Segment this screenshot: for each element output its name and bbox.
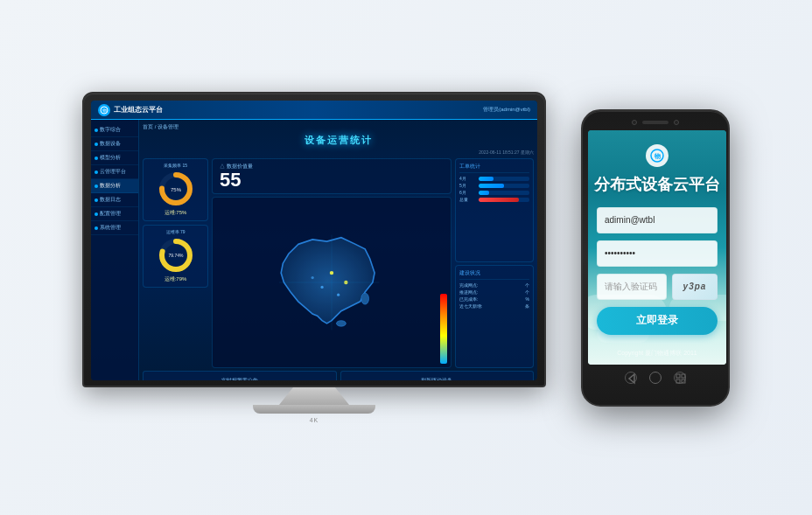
phone-top-bar [588,120,723,125]
phone-speaker [642,121,668,124]
workorder-card: 工单统计 4月 5月 6月 [455,158,534,262]
phone-main-title: 分布式设备云平台 [594,174,720,195]
build-status-card: 建设状况 完成网点:个 推进网点:个 已完成率:% [455,265,534,369]
sidebar-item-综合[interactable]: 数字综合 [91,123,138,137]
left-panel: 采集频率 15 75% 运维:75% 运维率 79 [143,158,208,368]
bottom-card-1[interactable]: 实时报警零公告 [143,371,337,380]
screen-header: 物 工业组态云平台 管理员(admin@vtbl) [91,101,537,120]
bottom-strip: 实时报警零公告 刷新驱动设备 [143,371,534,380]
sidebar-item-数据分析[interactable]: 数据分析 [91,179,138,193]
screen-sidebar: 数字综合 数据设备 模型分析 云管理平台 [91,120,139,380]
monitor-wrapper: ULTRAHD 物 工业组态云平台 管理员(admin@vtbl) 数字综合 [82,92,546,423]
bar-track-3 [479,191,529,195]
china-map-svg [266,230,397,335]
phone-username-display[interactable]: adimin@wtbl [597,207,718,233]
svg-text:75%: 75% [170,187,181,192]
sidebar-dot-6 [94,198,98,202]
sidebar-item-配置[interactable]: 配置管理 [91,207,138,221]
donut-card-1: 采集频率 15 75% 运维:75% [143,158,208,221]
monitor-screen: ULTRAHD 物 工业组态云平台 管理员(admin@vtbl) 数字综合 [91,101,537,380]
donut-card-2: 运维率 79 79.74% 运维:79% [143,225,208,288]
donut-label-1: 采集频率 15 [164,163,187,168]
phone-captcha-image[interactable]: y3pa [672,274,718,300]
donut-chart-2: 79.74% [157,236,195,275]
stat-item-1: 完成网点:个 [459,282,529,288]
svg-point-13 [337,294,340,296]
china-map-container [212,197,452,368]
bar-row-3: 6月 [459,190,529,195]
screen-user: 管理员(admin@vtbl) [483,106,530,114]
bar-track-1 [479,177,529,181]
svg-text:79.74%: 79.74% [168,253,184,258]
monitor-base [253,405,375,414]
dashboard-title: 设备运营统计 [143,134,534,147]
phone-bottom-bar [588,372,723,384]
dashboard-time: 2022-06-11 18:51:27 星期六 [143,150,534,155]
svg-text:物: 物 [654,153,661,159]
device-count-row: △ 数据价值量 55 [212,158,452,194]
monitor-stand [279,387,349,405]
donut-chart-1: 75% [157,170,195,208]
svg-rect-20 [676,374,680,378]
stats-row: 采集频率 15 75% 运维:75% 运维率 79 [143,158,534,368]
phone-screen: 物 分布式设备云平台 adimin@wtbl •••••••••• [588,130,726,365]
sidebar-item-云管理[interactable]: 云管理平台 [91,165,138,179]
phone-apps-button[interactable] [674,372,686,384]
phone-username-value: adimin@wtbl [605,215,654,225]
sidebar-item-日志[interactable]: 数据日志 [91,193,138,207]
svg-point-8 [361,293,369,304]
svg-text:物: 物 [102,108,107,113]
screen-main: 首页 / 设备管理 设备运营统计 2022-06-11 18:51:27 星期六… [139,120,537,380]
sidebar-dot-5 [94,184,98,188]
monitor-bezel: ULTRAHD 物 工业组态云平台 管理员(admin@vtbl) 数字综合 [82,92,546,387]
scene: ULTRAHD 物 工业组态云平台 管理员(admin@vtbl) 数字综合 [0,0,812,515]
donut-value-1: 运维:75% [164,209,187,217]
sidebar-dot-2 [94,143,98,146]
stat-item-3: 已完成率:% [459,296,529,302]
phone-back-button[interactable] [625,372,637,384]
build-status-title: 建设状况 [459,269,529,280]
bar-row-1: 4月 [459,176,529,181]
workorder-card-title: 工单统计 [459,163,529,173]
bar-row-2: 5月 [459,183,529,188]
bar-track-2 [479,184,529,188]
svg-point-14 [312,276,314,279]
right-panel: 工单统计 4月 5月 6月 [455,158,534,368]
donut-label-2: 运维率 79 [166,229,186,234]
phone-password-value: •••••••••• [605,248,635,258]
center-panel: △ 数据价值量 55 [212,158,452,368]
sidebar-dot [94,129,98,132]
sidebar-item-设备[interactable]: 数据设备 [91,137,138,151]
svg-rect-21 [682,374,685,378]
donut-value-2: 运维:79% [164,275,187,283]
phone-home-button[interactable] [649,372,662,384]
screen-breadcrumb: 首页 / 设备管理 [143,123,534,131]
phone-logo: 物 [646,144,668,167]
sidebar-item-模型[interactable]: 模型分析 [91,151,138,165]
monitor-brand-label: 4K [310,417,319,423]
bottom-card-2[interactable]: 刷新驱动设备 [340,371,535,380]
phone-captcha-placeholder: 请输入验证码 [605,281,657,293]
svg-point-9 [336,321,346,327]
phone-copyright: Copyright 厦门物通博联 2011 [588,349,726,358]
phone-form: adimin@wtbl •••••••••• 请输入验证码 y3pa [597,207,718,335]
stat-item-2: 推进网点:个 [459,289,529,295]
sidebar-dot-7 [94,212,98,216]
phone-captcha-input[interactable]: 请输入验证码 [597,274,667,300]
sidebar-dot-3 [94,157,98,160]
phone-login-button[interactable]: 立即登录 [597,307,718,335]
bar-track-4 [479,198,529,202]
sidebar-item-系统[interactable]: 系统管理 [91,221,138,235]
screen-logo: 物 [98,104,110,116]
stat-item-4: 近七天新增:条 [459,303,529,309]
svg-rect-22 [676,379,680,383]
screen-title: 工业组态云平台 [114,105,163,115]
device-count-number: 55 [220,171,253,190]
svg-point-12 [320,286,323,289]
sidebar-dot-4 [94,171,98,174]
sidebar-dot-8 [94,226,98,230]
phone-login-label: 立即登录 [636,313,678,328]
phone-password-display[interactable]: •••••••••• [597,240,718,267]
bar-row-4: 总量 [459,197,529,202]
bottom-card-1-label: 实时报警零公告 [221,378,258,381]
